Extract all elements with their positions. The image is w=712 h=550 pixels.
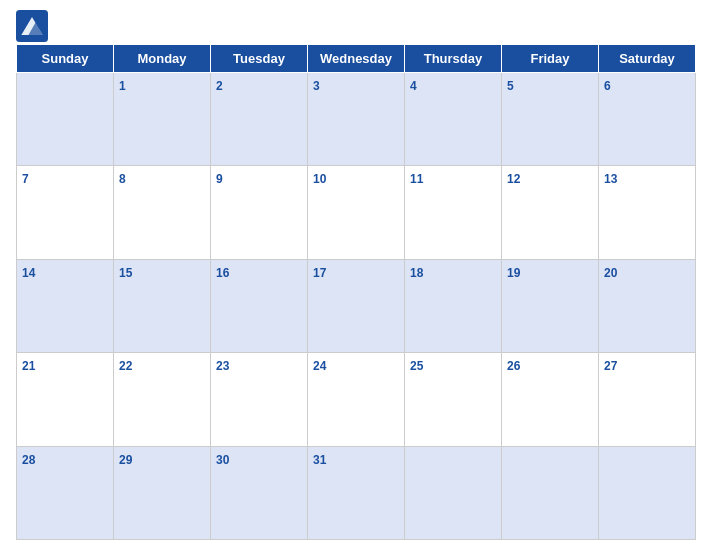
calendar-cell bbox=[17, 73, 114, 166]
date-number: 3 bbox=[313, 79, 320, 93]
calendar-cell: 1 bbox=[114, 73, 211, 166]
calendar-cell: 12 bbox=[502, 166, 599, 259]
date-number: 12 bbox=[507, 172, 520, 186]
calendar-cell: 14 bbox=[17, 259, 114, 352]
calendar-cell: 30 bbox=[211, 446, 308, 539]
logo bbox=[16, 10, 52, 42]
date-number: 19 bbox=[507, 266, 520, 280]
calendar-cell: 17 bbox=[308, 259, 405, 352]
calendar-cell: 28 bbox=[17, 446, 114, 539]
weekday-header-tuesday: Tuesday bbox=[211, 45, 308, 73]
calendar-week-row: 14151617181920 bbox=[17, 259, 696, 352]
calendar-cell: 29 bbox=[114, 446, 211, 539]
date-number: 18 bbox=[410, 266, 423, 280]
calendar-week-row: 28293031 bbox=[17, 446, 696, 539]
header bbox=[16, 10, 696, 42]
calendar-table: SundayMondayTuesdayWednesdayThursdayFrid… bbox=[16, 44, 696, 540]
date-number: 11 bbox=[410, 172, 423, 186]
calendar-cell: 9 bbox=[211, 166, 308, 259]
date-number: 9 bbox=[216, 172, 223, 186]
calendar-cell: 20 bbox=[599, 259, 696, 352]
calendar-cell: 13 bbox=[599, 166, 696, 259]
date-number: 1 bbox=[119, 79, 126, 93]
calendar-cell: 22 bbox=[114, 353, 211, 446]
calendar-cell: 26 bbox=[502, 353, 599, 446]
calendar-cell: 6 bbox=[599, 73, 696, 166]
weekday-header-row: SundayMondayTuesdayWednesdayThursdayFrid… bbox=[17, 45, 696, 73]
date-number: 10 bbox=[313, 172, 326, 186]
calendar-week-row: 78910111213 bbox=[17, 166, 696, 259]
date-number: 28 bbox=[22, 453, 35, 467]
date-number: 6 bbox=[604, 79, 611, 93]
date-number: 8 bbox=[119, 172, 126, 186]
calendar-cell: 19 bbox=[502, 259, 599, 352]
calendar-cell: 31 bbox=[308, 446, 405, 539]
date-number: 22 bbox=[119, 359, 132, 373]
date-number: 7 bbox=[22, 172, 29, 186]
calendar-cell: 4 bbox=[405, 73, 502, 166]
calendar-cell: 18 bbox=[405, 259, 502, 352]
date-number: 13 bbox=[604, 172, 617, 186]
calendar-cell: 27 bbox=[599, 353, 696, 446]
calendar-cell: 5 bbox=[502, 73, 599, 166]
weekday-header-saturday: Saturday bbox=[599, 45, 696, 73]
date-number: 27 bbox=[604, 359, 617, 373]
date-number: 26 bbox=[507, 359, 520, 373]
calendar-cell: 3 bbox=[308, 73, 405, 166]
calendar-cell: 8 bbox=[114, 166, 211, 259]
calendar-cell: 15 bbox=[114, 259, 211, 352]
calendar-cell: 25 bbox=[405, 353, 502, 446]
calendar-cell bbox=[405, 446, 502, 539]
calendar-cell bbox=[502, 446, 599, 539]
logo-icon bbox=[16, 10, 48, 42]
date-number: 14 bbox=[22, 266, 35, 280]
date-number: 4 bbox=[410, 79, 417, 93]
date-number: 17 bbox=[313, 266, 326, 280]
calendar-cell: 23 bbox=[211, 353, 308, 446]
calendar-cell: 2 bbox=[211, 73, 308, 166]
calendar-week-row: 123456 bbox=[17, 73, 696, 166]
date-number: 23 bbox=[216, 359, 229, 373]
weekday-header-friday: Friday bbox=[502, 45, 599, 73]
date-number: 31 bbox=[313, 453, 326, 467]
calendar-cell: 16 bbox=[211, 259, 308, 352]
calendar-week-row: 21222324252627 bbox=[17, 353, 696, 446]
calendar-cell: 7 bbox=[17, 166, 114, 259]
weekday-header-wednesday: Wednesday bbox=[308, 45, 405, 73]
date-number: 30 bbox=[216, 453, 229, 467]
calendar-cell: 11 bbox=[405, 166, 502, 259]
weekday-header-monday: Monday bbox=[114, 45, 211, 73]
calendar-cell: 21 bbox=[17, 353, 114, 446]
calendar-cell bbox=[599, 446, 696, 539]
date-number: 20 bbox=[604, 266, 617, 280]
calendar-cell: 24 bbox=[308, 353, 405, 446]
date-number: 25 bbox=[410, 359, 423, 373]
date-number: 16 bbox=[216, 266, 229, 280]
weekday-header-sunday: Sunday bbox=[17, 45, 114, 73]
date-number: 15 bbox=[119, 266, 132, 280]
date-number: 24 bbox=[313, 359, 326, 373]
date-number: 5 bbox=[507, 79, 514, 93]
calendar-cell: 10 bbox=[308, 166, 405, 259]
date-number: 21 bbox=[22, 359, 35, 373]
date-number: 2 bbox=[216, 79, 223, 93]
weekday-header-thursday: Thursday bbox=[405, 45, 502, 73]
date-number: 29 bbox=[119, 453, 132, 467]
